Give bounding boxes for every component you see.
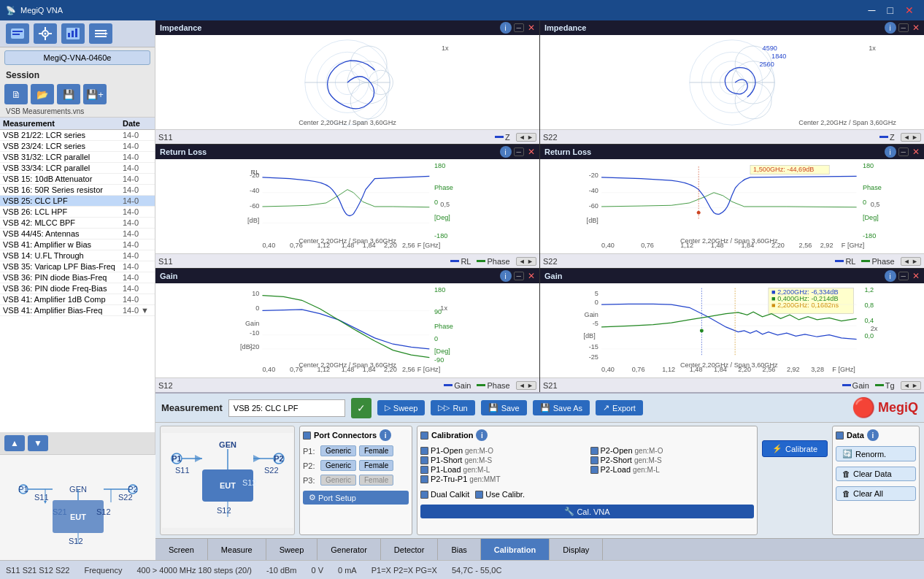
meas-list-row-12[interactable]: VSB 35: Varicap LPF Bias-Freq14-0 (0, 261, 155, 272)
session-save-btn[interactable]: 💾 (57, 84, 80, 104)
tab-measure[interactable]: Measure (208, 539, 266, 560)
check-button[interactable]: ✓ (351, 398, 371, 418)
renorm-button[interactable]: 🔄 Renorm. (836, 446, 916, 461)
meas-list-row-8[interactable]: VSB 42: MLCC BPF14-0 (0, 218, 155, 229)
list-up-btn[interactable]: ▲ (4, 435, 25, 451)
chart-header-rl-s11: Return Loss i ─ ✕ (155, 145, 539, 159)
chart-title-rl-s22: Return Loss (544, 147, 591, 156)
meas-list-row-16[interactable]: VSB 41: Amplifier Bias-Freq14-0 ▼ (0, 305, 155, 316)
scroll-rl-s22[interactable]: ◄ ► (901, 257, 921, 266)
port-connectors-checkbox[interactable] (303, 432, 311, 440)
port-p3-type[interactable]: Generic (320, 475, 356, 486)
port-connectors-info[interactable]: i (380, 429, 391, 441)
tab-bias[interactable]: Bias (438, 539, 480, 560)
toolbar-settings-icon[interactable] (34, 23, 57, 44)
meas-row-date: 14-0 (123, 262, 152, 271)
tab-sweep[interactable]: Sweep (266, 539, 318, 560)
minimize-btn[interactable]: ─ (864, 4, 880, 16)
info-btn-rl-s22[interactable]: i (885, 146, 896, 158)
meas-list-row-1[interactable]: VSB 23/24: LCR series14-0 (0, 141, 155, 152)
minimize-chart-btn[interactable]: ─ (514, 23, 524, 32)
device-button[interactable]: MegiQ-VNA-0460e (4, 50, 150, 65)
meas-list-row-3[interactable]: VSB 33/34: LCR parallel14-0 (0, 163, 155, 174)
data-info[interactable]: i (867, 429, 879, 441)
save-button[interactable]: 💾 Save (481, 400, 527, 415)
meas-list-row-0[interactable]: VSB 21/22: LCR series14-0 (0, 130, 155, 141)
clear-all-button[interactable]: 🗑 Clear All (836, 486, 916, 501)
port-setup-button[interactable]: ⚙ Port Setup (303, 491, 409, 505)
toolbar-chart-icon[interactable] (61, 23, 85, 44)
list-down-btn[interactable]: ▼ (28, 435, 48, 451)
use-calibr-checkbox[interactable] (475, 491, 483, 499)
close-btn[interactable]: ✕ (901, 4, 918, 16)
close-rl-s22[interactable]: ✕ (912, 147, 920, 157)
info-btn-gain-s12[interactable]: i (500, 270, 512, 282)
meas-list-row-6[interactable]: VSB 25: CLC LPF14-0 (0, 196, 155, 207)
minimize-rl-s11[interactable]: ─ (514, 147, 524, 156)
port-p1-type[interactable]: Generic (320, 445, 356, 456)
session-toolbar: 🗎 📂 💾 💾+ (0, 83, 155, 106)
sweep-button[interactable]: ▷ Sweep (377, 400, 426, 415)
port-p3-gender[interactable]: Female (359, 475, 393, 486)
svg-text:1x: 1x (442, 45, 449, 52)
meas-row-date: 14-0 (123, 295, 152, 304)
session-open-btn[interactable]: 📂 (31, 84, 54, 104)
calibration-info[interactable]: i (476, 429, 488, 441)
close-rl-s11[interactable]: ✕ (528, 147, 535, 157)
meas-list-row-5[interactable]: VSB 16: 50R Series resistor14-0 (0, 185, 155, 196)
info-btn-gain-s21[interactable]: i (885, 270, 896, 282)
clear-data-label: Clear Data (853, 469, 892, 478)
cal-vna-button[interactable]: 🔧 Cal. VNA (420, 505, 754, 518)
scroll-rl-s11[interactable]: ◄ ► (516, 257, 536, 266)
meas-list-row-7[interactable]: VSB 26: LCL HPF14-0 (0, 207, 155, 218)
minimize-rl-s22[interactable]: ─ (898, 147, 909, 156)
title-bar-controls[interactable]: ─ □ ✕ (864, 4, 918, 16)
meas-list-row-11[interactable]: VSB 14: U.FL Through14-0 (0, 250, 155, 261)
port-p2-type[interactable]: Generic (320, 460, 356, 471)
tab-calibration[interactable]: Calibration (481, 539, 550, 560)
tab-display[interactable]: Display (550, 539, 603, 560)
close-gain-s21[interactable]: ✕ (912, 271, 920, 281)
clear-data-button[interactable]: 🗑 Clear Data (836, 467, 916, 481)
minimize-chart-s22[interactable]: ─ (898, 23, 909, 32)
toolbar-menu-icon[interactable] (89, 23, 112, 44)
tab-detector[interactable]: Detector (381, 539, 439, 560)
maximize-btn[interactable]: □ (883, 4, 898, 16)
meas-list-row-4[interactable]: VSB 15: 10dB Attenuator14-0 (0, 174, 155, 185)
minimize-gain-s21[interactable]: ─ (898, 272, 909, 280)
session-new-btn[interactable]: 🗎 (4, 84, 28, 104)
calibration-checkbox[interactable] (420, 432, 428, 440)
toolbar-file-icon[interactable] (6, 23, 29, 44)
meas-list-row-10[interactable]: VSB 41: Amplifier w Bias14-0 (0, 239, 155, 250)
export-button[interactable]: ↗ Export (596, 400, 643, 415)
tab-generator[interactable]: Generator (317, 539, 381, 560)
dual-calkit-checkbox[interactable] (420, 491, 428, 499)
meas-list-row-15[interactable]: VSB 41: Amplifier 1dB Comp14-0 (0, 294, 155, 305)
scroll-gain-s21[interactable]: ◄ ► (901, 381, 921, 390)
scroll-arrows-s22[interactable]: ◄ ► (901, 133, 921, 142)
scroll-gain-s12[interactable]: ◄ ► (516, 381, 536, 390)
calibrate-button[interactable]: ⚡ Calibrate (762, 440, 828, 457)
tab-screen[interactable]: Screen (155, 539, 208, 560)
meas-list-row-14[interactable]: VSB 36: PIN diode Freq-Bias14-0 (0, 283, 155, 294)
run-button[interactable]: ▷▷ Run (431, 400, 474, 415)
info-btn-rl-s11[interactable]: i (500, 146, 512, 158)
close-gain-s12[interactable]: ✕ (528, 271, 535, 281)
scroll-arrows[interactable]: ◄ ► (516, 133, 536, 142)
close-chart-btn[interactable]: ✕ (528, 23, 535, 33)
info-btn[interactable]: i (500, 22, 512, 34)
meas-list-row-2[interactable]: VSB 31/32: LCR parallel14-0 (0, 152, 155, 163)
info-btn-s22[interactable]: i (885, 22, 896, 34)
meas-list-row-9[interactable]: VSB 44/45: Antennas14-0 (0, 229, 155, 239)
close-chart-s22[interactable]: ✕ (912, 23, 920, 33)
chart-footer-gain-s12: S12 Gain Phase ◄ ► (155, 377, 539, 392)
minimize-gain-s12[interactable]: ─ (514, 272, 524, 280)
data-checkbox[interactable] (836, 432, 844, 440)
session-saveas-btn[interactable]: 💾+ (83, 84, 107, 104)
svg-text:-25: -25 (589, 353, 598, 361)
meas-list-row-13[interactable]: VSB 36: PIN diode Bias-Freq14-0 (0, 272, 155, 283)
measurement-input[interactable] (228, 399, 345, 417)
save-as-button[interactable]: 💾 Save As (533, 400, 590, 415)
port-p2-gender[interactable]: Female (359, 460, 393, 471)
port-p1-gender[interactable]: Female (359, 445, 393, 456)
